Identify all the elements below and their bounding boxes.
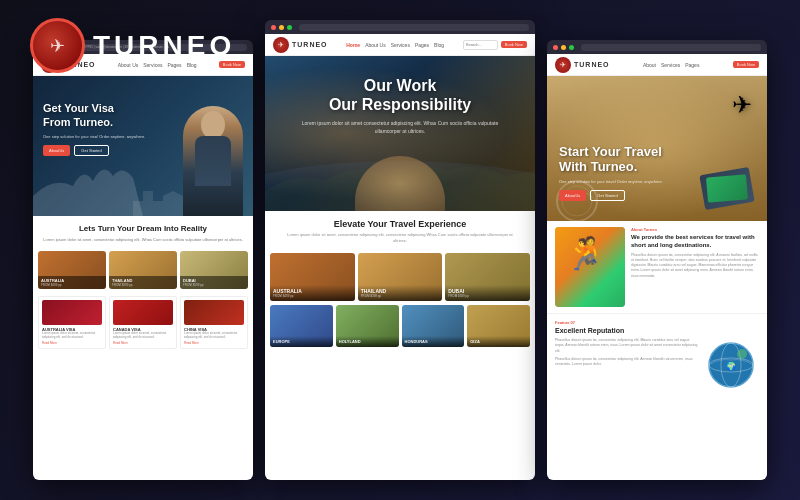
visa-img-0: [42, 300, 102, 325]
svg-text:🌍: 🌍: [726, 361, 736, 371]
dest-card-1[interactable]: THAILAND FROM $399 pp: [109, 251, 177, 289]
center-nav-brand: TURNEO: [292, 41, 328, 48]
visa-desc-2: Lorem ipsum dolor sit amet, consectetur …: [184, 332, 244, 340]
right-hero: ✈ Start Your Travel With Turneo.: [547, 76, 767, 221]
hero-person: [183, 106, 243, 216]
center-nav-home[interactable]: Home: [346, 42, 360, 48]
center-card-name-giza: GIZA: [470, 339, 527, 344]
right-nav-services[interactable]: Services: [661, 62, 680, 68]
address-bar-center[interactable]: [299, 24, 529, 31]
maximize-dot-c: [287, 25, 292, 30]
center-nav-right: Book Now: [463, 40, 527, 50]
left-visa-grid: AUSTRALIA VISA Lorem ipsum dolor sit ame…: [38, 296, 248, 349]
center-elevate: Elevate Your Travel Experience Lorem ips…: [265, 211, 535, 249]
center-card-honduras[interactable]: HONDURAS: [402, 305, 465, 347]
right-logo-icon: ✈: [555, 57, 571, 73]
center-card-overlay-europe: EUROPE: [270, 336, 333, 347]
browser-bar-right: [547, 40, 767, 54]
center-card-name-hon: HONDURAS: [405, 339, 462, 344]
center-card-overlay-giza: GIZA: [467, 336, 530, 347]
center-search-input[interactable]: [463, 40, 498, 50]
right-book-btn[interactable]: Book Now: [733, 61, 759, 68]
left-hero-btn-primary[interactable]: AboutUs: [43, 145, 70, 156]
minimize-dot-c: [279, 25, 284, 30]
right-hero-btn-secondary[interactable]: Get Started: [590, 190, 624, 201]
center-hero: Our Work Our Responsibility Lorem ipsum …: [265, 56, 535, 211]
address-bar-right[interactable]: [581, 44, 761, 51]
dest-overlay: THAILAND FROM $399 pp: [109, 276, 177, 289]
center-nav-blog[interactable]: Blog: [434, 42, 444, 48]
left-hero: Get Your Visa From Turneo. One step solu…: [33, 76, 253, 216]
browser-bar-center: [265, 20, 535, 34]
left-hero-btn-secondary[interactable]: Get Started: [74, 145, 108, 156]
right-about-section: 🧍 About Turneo We provide the best servi…: [547, 221, 767, 313]
left-panel: 16 SILVER PRO | some@domain.com | 49 Wes…: [33, 40, 253, 480]
visa-img-1: [113, 300, 173, 325]
center-grid-row1: AUSTRALIA FROM $499 pp THAILAND FROM $39…: [265, 249, 535, 305]
visa-desc-0: Lorem ipsum dolor sit amet, consectetur …: [42, 332, 102, 340]
dest-price: FROM $399 pp: [112, 283, 174, 287]
center-logo-icon: ✈: [273, 37, 289, 53]
center-hero-subtext: Lorem ipsum dolor sit amet consectetur a…: [290, 120, 510, 135]
rep-badge: Feature 07: [555, 320, 759, 325]
minimize-dot-r: [561, 45, 566, 50]
brand-name: TURNEO: [93, 30, 235, 62]
money-icon: [706, 174, 748, 202]
center-elevate-desc: Lorem ipsum dolor sit amet, consectetur …: [280, 232, 520, 244]
browser-content-left: ✈ TURNEO About Us Services Pages Blog Bo…: [33, 54, 253, 480]
right-rep-desc: Phasellus dictum ipsum tia, consectetur …: [555, 338, 698, 354]
center-card-giza[interactable]: GIZA: [467, 305, 530, 347]
visa-link-2[interactable]: Read More: [184, 341, 244, 345]
right-rep-globe: 🌍: [704, 338, 759, 393]
center-card-europe[interactable]: EUROPE: [270, 305, 333, 347]
visa-desc-1: Lorem ipsum dolor sit amet, consectetur …: [113, 332, 173, 340]
right-nav-items: About Services Pages: [643, 62, 699, 68]
center-card-overlay-dubai: DUBAI FROM $599 pp: [445, 285, 530, 301]
dest-overlay: AUSTRALIA FROM $499 pp: [38, 276, 106, 289]
browser-content-center: ✈ TURNEO Home About Us Services Pages Bl…: [265, 34, 535, 480]
right-nav: ✈ TURNEO About Services Pages Book Now: [547, 54, 767, 76]
center-card-australia[interactable]: AUSTRALIA FROM $499 pp: [270, 253, 355, 301]
center-nav-services[interactable]: Services: [391, 42, 410, 48]
stage: TURNEO 16 SILVER PRO | some@domain.com |…: [0, 0, 800, 500]
center-hero-headline: Our Work Our Responsibility: [290, 76, 510, 114]
center-card-thailand[interactable]: THAILAND FROM $399 pp: [358, 253, 443, 301]
close-dot-r: [553, 45, 558, 50]
left-hero-subtext: One step solution for your visa! Order a…: [43, 134, 145, 139]
right-about-image: 🧍: [555, 227, 625, 307]
center-book-btn[interactable]: Book Now: [501, 41, 527, 48]
logo-icon: [30, 18, 85, 73]
visa-link-0[interactable]: Read More: [42, 341, 102, 345]
right-rep-title: Excellent Reputation: [555, 327, 759, 334]
dest-price: FROM $499 pp: [41, 283, 103, 287]
about-img-bg: [555, 227, 625, 307]
visa-link-1[interactable]: Read More: [113, 341, 173, 345]
left-hero-headline: Get Your Visa From Turneo.: [43, 101, 145, 130]
dest-price: FROM $599 pp: [183, 283, 245, 287]
right-nav-about[interactable]: About: [643, 62, 656, 68]
right-hero-btn-primary[interactable]: AboutUs: [559, 190, 586, 201]
center-nav-logo: ✈ TURNEO: [273, 37, 328, 53]
center-card-dubai[interactable]: DUBAI FROM $599 pp: [445, 253, 530, 301]
right-hero-text: Start Your Travel With Turneo. One step …: [559, 144, 663, 201]
right-hero-plane-icon: ✈: [732, 91, 752, 119]
dest-card-0[interactable]: AUSTRALIA FROM $499 pp: [38, 251, 106, 289]
center-hero-text: Our Work Our Responsibility Lorem ipsum …: [290, 76, 510, 135]
right-hero-btns: AboutUs Get Started: [559, 190, 663, 201]
right-nav-pages[interactable]: Pages: [685, 62, 699, 68]
right-about-title: We provide the best services for travel …: [631, 234, 759, 250]
maximize-dot-r: [569, 45, 574, 50]
right-about-badge: About Turneo: [631, 227, 759, 232]
center-nav-about[interactable]: About Us: [365, 42, 386, 48]
center-card-holyland[interactable]: HOLYLAND: [336, 305, 399, 347]
visa-item-2: CHINA VISA Lorem ipsum dolor sit amet, c…: [180, 296, 248, 349]
right-nav-logo: ✈ TURNEO: [555, 57, 610, 73]
center-nav-items: Home About Us Services Pages Blog: [346, 42, 444, 48]
main-logo-area: TURNEO: [30, 18, 235, 73]
right-rep-texts: Phasellus dictum ipsum tia, consectetur …: [555, 338, 698, 393]
right-hero-subtext: One step solution for your travel Order …: [559, 179, 663, 184]
center-nav-pages[interactable]: Pages: [415, 42, 429, 48]
dest-card-2[interactable]: DUBAI FROM $599 pp: [180, 251, 248, 289]
close-dot-c: [271, 25, 276, 30]
visa-item-1: CANADA VISA Lorem ipsum dolor sit amet, …: [109, 296, 177, 349]
